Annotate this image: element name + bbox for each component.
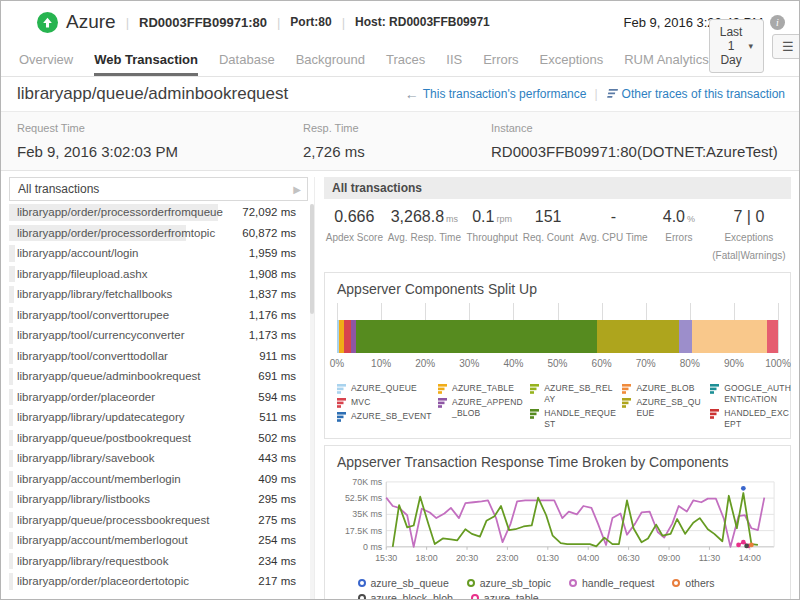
- transaction-row[interactable]: libraryapp/queue/adminbookrequest691 ms: [9, 366, 308, 387]
- legend-item-google-authentication[interactable]: GOOGLE_AUTHENTICATION: [710, 383, 794, 405]
- brand: Azure | RD0003FFB09971:80 | Port:80 | Ho…: [37, 11, 490, 33]
- legend-item-azure-queue[interactable]: AZURE_QUEUE: [337, 383, 434, 394]
- transaction-row[interactable]: libraryapp/library/savebook443 ms: [9, 448, 308, 469]
- nav-controls: Last 1 Day ▾ ☰: [709, 19, 800, 76]
- scrollbar-track: [310, 204, 314, 600]
- transaction-name: libraryapp/account/memberlogin: [9, 473, 258, 485]
- summary-value: Feb 9, 2016 3:02:03 PM: [17, 143, 303, 160]
- transaction-row[interactable]: libraryapp/queue/postbookrequest502 ms: [9, 428, 308, 449]
- series-bars-icon: [622, 384, 632, 394]
- transaction-row[interactable]: libraryapp/library/listbooks295 ms: [9, 489, 308, 510]
- transactions-filter-label: All transactions: [18, 182, 99, 196]
- series-point-others: [749, 543, 754, 548]
- legend-item-mvc[interactable]: MVC: [337, 397, 434, 408]
- summary-resp-time: Resp. Time 2,726 ms: [303, 122, 491, 158]
- legend-item-azure-sb-event[interactable]: AZURE_SB_EVENT: [337, 411, 434, 422]
- transaction-row[interactable]: libraryapp/account/login1,959 ms: [9, 243, 308, 264]
- tab-iis[interactable]: IIS: [446, 43, 462, 76]
- legend-item-azure-table[interactable]: AZURE_TABLE: [438, 383, 526, 394]
- transaction-name: libraryapp/account/memberlogout: [9, 534, 258, 546]
- axis-tick-label: 0%: [330, 358, 344, 369]
- legend-item-azure-sb-queue[interactable]: AZURE_SB_QUEUE: [622, 397, 706, 419]
- bar-segment-mvc[interactable]: [344, 320, 351, 353]
- axis-tick-label: 80%: [680, 358, 700, 369]
- other-traces-link[interactable]: Other traces of this transaction: [606, 87, 785, 101]
- legend-item-azure-sb-topic[interactable]: azure_sb_topic: [467, 577, 551, 589]
- transaction-row[interactable]: libraryapp/order/processorderfromtopic60…: [9, 223, 308, 244]
- legend-label: azure_block_blob: [371, 592, 453, 600]
- bar-segment-handle-request[interactable]: [356, 320, 597, 353]
- time-range-button[interactable]: Last 1 Day ▾: [709, 19, 764, 73]
- series-marker-icon: [471, 594, 479, 600]
- transaction-name: libraryapp/library/requestbook: [9, 555, 258, 567]
- bar-segment-azure-blob[interactable]: [692, 320, 767, 353]
- transaction-name: libraryapp/library/updatecategory: [9, 411, 259, 423]
- transaction-row[interactable]: libraryapp/tool/currencyconverter1,173 m…: [9, 325, 308, 346]
- legend-item-azure-sb-relay[interactable]: AZURE_SB_RELAY: [530, 383, 618, 405]
- legend-item-azure-block-blob[interactable]: azure_block_blob: [358, 592, 453, 600]
- transaction-row[interactable]: libraryapp/library/fetchallbooks1,837 ms: [9, 284, 308, 305]
- bar-segment-azure-sb-relay[interactable]: [679, 320, 692, 353]
- transaction-row[interactable]: libraryapp/account/memberlogin409 ms: [9, 469, 308, 490]
- legend-item-handled-except[interactable]: HANDLED_EXCEPT: [710, 408, 794, 430]
- transaction-time: 234 ms: [258, 555, 308, 567]
- transaction-row[interactable]: libraryapp/order/processorderfromqueue72…: [9, 202, 308, 223]
- transaction-name: libraryapp/queue/postbookrequest: [9, 432, 258, 444]
- splitup-legend: AZURE_QUEUEMVCAZURE_SB_EVENTAZURE_TABLEA…: [337, 383, 778, 430]
- tab-rum-analytics[interactable]: RUM Analytics: [624, 43, 709, 76]
- tab-exceptions[interactable]: Exceptions: [540, 43, 604, 76]
- transaction-row[interactable]: libraryapp/library/requestbook234 ms: [9, 551, 308, 572]
- tab-background[interactable]: Background: [296, 43, 365, 76]
- tab-database[interactable]: Database: [219, 43, 275, 76]
- transaction-name: libraryapp/queue/processbookrequest: [9, 514, 258, 526]
- summary-value: 2,726 ms: [303, 143, 491, 160]
- transaction-name: libraryapp/order/placeordertotopic: [9, 575, 258, 587]
- transactions-filter-dropdown[interactable]: All transactions ▶: [9, 177, 308, 201]
- legend-item-others[interactable]: others: [672, 577, 714, 589]
- transaction-time: 1,173 ms: [249, 329, 308, 341]
- transaction-row[interactable]: libraryapp/fileupload.ashx1,908 ms: [9, 264, 308, 285]
- bar-segment-azure-sb-queue[interactable]: [597, 320, 679, 353]
- transaction-row[interactable]: libraryapp/order/placeordertotopic217 ms: [9, 571, 308, 592]
- summary-label: Resp. Time: [303, 122, 491, 134]
- separator: |: [126, 15, 129, 30]
- legend-item-azure-table[interactable]: azure_table: [471, 592, 539, 600]
- menu-button[interactable]: ☰: [772, 34, 800, 59]
- legend-item-handle-request[interactable]: HANDLE_REQUEST: [530, 408, 618, 430]
- stat-value: 0.1rpm: [464, 208, 520, 226]
- transaction-row[interactable]: libraryapp/order/placeorder594 ms: [9, 387, 308, 408]
- tab-traces[interactable]: Traces: [386, 43, 425, 76]
- x-tick-label: 15:30: [375, 553, 397, 563]
- legend-item-azure-append-blob[interactable]: AZURE_APPEND_BLOB: [438, 397, 526, 419]
- legend-item-handle-request[interactable]: handle_request: [569, 577, 654, 589]
- transaction-name: libraryapp/tool/converttorupee: [9, 309, 249, 321]
- scrollbar-thumb[interactable]: [310, 204, 314, 314]
- bar-segment-handled-except[interactable]: [767, 320, 778, 353]
- line-chart: 70K ms52.5K ms35K ms17.5K ms0 ms15:3018:…: [337, 474, 778, 574]
- transaction-time: 443 ms: [258, 452, 308, 464]
- transaction-row[interactable]: libraryapp/account/memberlogout254 ms: [9, 530, 308, 551]
- axis-tick-label: 20%: [415, 358, 435, 369]
- chevron-down-icon: ▾: [748, 41, 753, 51]
- series-bars-icon: [622, 398, 632, 408]
- transaction-row[interactable]: libraryapp/tool/converttodollar911 ms: [9, 346, 308, 367]
- tab-errors[interactable]: Errors: [483, 43, 518, 76]
- tab-overview[interactable]: Overview: [19, 43, 73, 76]
- legend-item-azure-blob[interactable]: AZURE_BLOB: [622, 383, 706, 394]
- stat-unit: rpm: [496, 214, 512, 224]
- axis-tick-label: 60%: [592, 358, 612, 369]
- legend-label: others: [685, 577, 714, 589]
- link-label: This transaction's performance: [423, 87, 587, 101]
- transaction-row[interactable]: libraryapp/library/updatecategory511 ms: [9, 407, 308, 428]
- transaction-row[interactable]: libraryapp/queue/processbookrequest275 m…: [9, 510, 308, 531]
- stacked-bar-axis: 0%10%20%30%40%50%60%70%80%90%100%: [337, 358, 778, 371]
- main-nav: OverviewWeb TransactionDatabaseBackgroun…: [1, 43, 799, 77]
- stacked-bar-chart: [337, 303, 778, 353]
- transaction-performance-link[interactable]: ← This transaction's performance: [405, 86, 587, 102]
- stat-exceptions: 7 | 0Exceptions(Fatal|Warnings): [707, 208, 791, 262]
- legend-label: AZURE_SB_EVENT: [351, 411, 432, 422]
- tab-web-transaction[interactable]: Web Transaction: [94, 43, 198, 76]
- transaction-row[interactable]: libraryapp/tool/converttorupee1,176 ms: [9, 305, 308, 326]
- legend-item-azure-sb-queue[interactable]: azure_sb_queue: [358, 577, 449, 589]
- transaction-time: 691 ms: [258, 370, 308, 382]
